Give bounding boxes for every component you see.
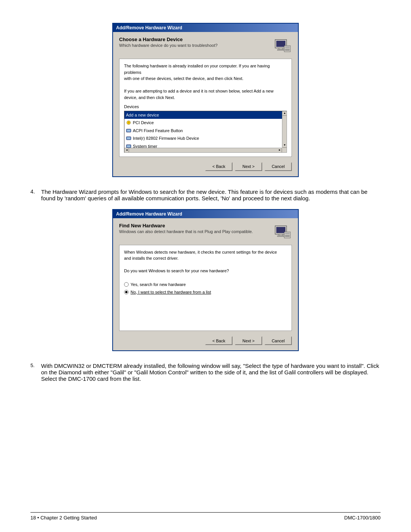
- device-item-intel[interactable]: Intel(r) 82802 Firmware Hub Device: [124, 134, 282, 142]
- hardware-wizard-icon-2: [274, 223, 292, 241]
- dialog1-titlebar: Add/Remove Hardware Wizard: [113, 24, 298, 32]
- dialog1-header: Choose a Hardware Device Which hardware …: [119, 37, 292, 55]
- add-device-label: Add a new device: [126, 112, 159, 118]
- step5-number: 5.: [30, 363, 38, 382]
- acpi-label: ACPI Fixed Feature Button: [133, 128, 183, 134]
- scroll-track: [282, 116, 287, 143]
- page-footer: 18 • Chapter 2 Getting Started DMC-1700/…: [30, 512, 381, 521]
- dialog1-header-text: Choose a Hardware Device Which hardware …: [119, 37, 270, 48]
- timer-label: System timer: [133, 143, 157, 148]
- scroll-corner: [282, 148, 287, 152]
- page: Add/Remove Hardware Wizard Choose a Hard…: [0, 0, 411, 532]
- pci-icon: ?: [126, 120, 131, 125]
- dialog2-header-text: Find New Hardware Windows can also detec…: [119, 223, 270, 234]
- device-item-add[interactable]: Add a new device: [124, 111, 282, 119]
- dialog1-back-button[interactable]: < Back: [205, 162, 233, 171]
- svg-rect-3: [277, 50, 284, 50]
- scroll-up-arrow[interactable]: ▲: [282, 111, 287, 116]
- dialog1-body: The following hardware is already instal…: [119, 59, 292, 157]
- radio-no-circle[interactable]: [124, 290, 129, 294]
- paragraph5: 5. With DMCWIN32 or DMCTERM already inst…: [30, 363, 381, 382]
- footer-right: DMC-1700/1800: [344, 515, 381, 521]
- dialog1-header-subtitle: Which hardware device do you want to tro…: [119, 43, 270, 48]
- dialog2: Add/Remove Hardware Wizard Find New Hard…: [112, 209, 299, 351]
- svg-rect-2: [279, 48, 283, 50]
- step4-text: The Hardware Wizard prompts for Windows …: [41, 189, 381, 201]
- dialog1-next-button[interactable]: Next >: [235, 162, 262, 171]
- dialog2-next-button[interactable]: Next >: [235, 336, 262, 345]
- svg-rect-21: [277, 236, 284, 236]
- dialog1-content: Choose a Hardware Device Which hardware …: [113, 32, 298, 176]
- svg-rect-15: [127, 145, 130, 147]
- pci-label: PCI Device: [133, 120, 154, 126]
- paragraph4: 4. The Hardware Wizard prompts for Windo…: [30, 189, 381, 201]
- dialog1-body-text1: The following hardware is already instal…: [124, 63, 287, 82]
- dialog1-body-text2: If you are attempting to add a device an…: [124, 88, 287, 101]
- dialog2-buttons: < Back Next > Cancel: [119, 335, 292, 346]
- svg-rect-24: [285, 235, 290, 236]
- acpi-icon: [126, 128, 131, 133]
- device-item-pci[interactable]: ? PCI Device: [124, 119, 282, 127]
- device-item-timer[interactable]: System timer: [124, 142, 282, 148]
- dialog2-title: Add/Remove Hardware Wizard: [116, 211, 182, 217]
- svg-rect-7: [285, 50, 290, 51]
- intel-label: Intel(r) 82802 Firmware Hub Device: [133, 135, 199, 142]
- intel-icon: [126, 136, 131, 141]
- scroll-right-arrow[interactable]: ►: [277, 148, 282, 153]
- dialog2-titlebar: Add/Remove Hardware Wizard: [113, 210, 298, 218]
- dialog2-header: Find New Hardware Windows can also detec…: [119, 223, 292, 241]
- dialog2-body-text1: When Windows detects new hardware, it ch…: [124, 249, 287, 262]
- hardware-wizard-icon: [274, 37, 292, 55]
- footer-left: 18 • Chapter 2 Getting Started: [30, 515, 97, 521]
- devices-list-inner: Add a new device ? PCI: [124, 111, 282, 148]
- step5-text: With DMCWIN32 or DMCTERM already install…: [41, 363, 381, 382]
- dialog2-content: Find New Hardware Windows can also detec…: [113, 218, 298, 351]
- dialog1-buttons: < Back Next > Cancel: [119, 161, 292, 172]
- radio-yes-option[interactable]: Yes, search for new hardware: [124, 281, 287, 288]
- svg-rect-11: [127, 130, 130, 131]
- scroll-left-arrow[interactable]: ◄: [124, 148, 129, 153]
- svg-rect-5: [285, 46, 290, 48]
- scrollbar-vertical-1[interactable]: ▲ ▼: [282, 111, 287, 148]
- svg-rect-25: [285, 236, 290, 237]
- svg-rect-6: [285, 49, 290, 50]
- devices-list-container: Devices Add a new device: [124, 104, 287, 153]
- device-item-acpi[interactable]: ACPI Fixed Feature Button: [124, 127, 282, 135]
- dialog2-spacer: [124, 296, 287, 327]
- svg-rect-1: [276, 41, 285, 47]
- radio-no-label: No, I want to select the hardware from a…: [131, 289, 211, 296]
- dialog1-container: Add/Remove Hardware Wizard Choose a Hard…: [30, 23, 381, 177]
- svg-rect-13: [127, 137, 130, 139]
- radio-yes-circle[interactable]: [124, 282, 129, 287]
- scroll-down-arrow[interactable]: ▼: [282, 143, 287, 148]
- scroll-h-track: [129, 148, 277, 152]
- dialog2-body-text2: Do you want Windows to search for your n…: [124, 268, 287, 274]
- svg-text:?: ?: [128, 121, 129, 124]
- dialog2-body: When Windows detects new hardware, it ch…: [119, 245, 292, 331]
- svg-rect-20: [279, 234, 283, 236]
- timer-icon: [126, 144, 131, 148]
- dialog2-header-subtitle: Windows can also detect hardware that is…: [119, 229, 270, 234]
- dialog1: Add/Remove Hardware Wizard Choose a Hard…: [112, 23, 299, 177]
- svg-rect-19: [276, 227, 285, 233]
- radio-yes-label: Yes, search for new hardware: [131, 281, 186, 288]
- devices-label: Devices: [124, 104, 287, 110]
- dialog1-cancel-button[interactable]: Cancel: [264, 162, 292, 171]
- dialog2-header-title: Find New Hardware: [119, 223, 270, 228]
- devices-list[interactable]: Add a new device ? PCI: [124, 111, 287, 153]
- dialog2-back-button[interactable]: < Back: [205, 336, 233, 345]
- svg-rect-23: [285, 233, 290, 234]
- dialog1-header-title: Choose a Hardware Device: [119, 37, 270, 42]
- dialog2-container: Add/Remove Hardware Wizard Find New Hard…: [30, 209, 381, 351]
- scrollbar-horizontal-1[interactable]: ◄ ►: [124, 148, 282, 152]
- dialog1-title: Add/Remove Hardware Wizard: [116, 25, 182, 30]
- radio-no-option[interactable]: No, I want to select the hardware from a…: [124, 289, 287, 296]
- dialog2-cancel-button[interactable]: Cancel: [264, 336, 292, 345]
- step4-number: 4.: [30, 189, 38, 201]
